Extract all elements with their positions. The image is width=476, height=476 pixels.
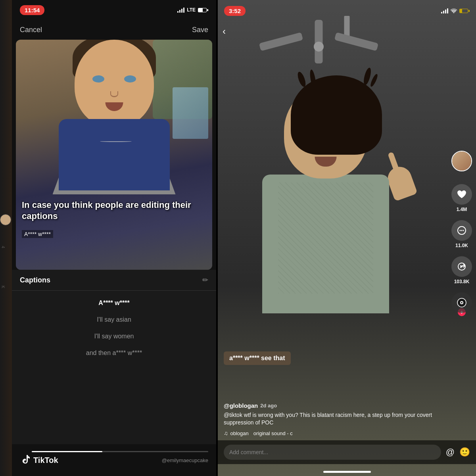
caption-item-2[interactable]: I'll say asian [12,311,216,328]
post-description: @tiktok wtf is wrong with you? This is b… [224,411,446,427]
like-button[interactable] [451,184,472,205]
comment-action: 11.0K [451,220,472,248]
action-buttons: + 1.4M [451,151,472,313]
right-phone: 3:52 [218,0,476,476]
video-caption-text: In case you think people are editing the… [22,200,206,222]
status-icons-left: LTE [177,7,208,13]
sound-creator[interactable]: oblogan [230,430,249,436]
time-left: 11:54 [20,5,44,15]
caption-item-3[interactable]: I'll say women [12,328,216,345]
scroll-indicator [32,451,208,452]
music-note-icon: ♫ [224,430,228,436]
username[interactable]: @globlogan [224,402,258,409]
sound-action [451,292,472,313]
cancel-button[interactable]: Cancel [20,26,42,34]
like-action: 1.4M [451,184,472,212]
lte-label: LTE [187,7,196,13]
share-action: 103.8K [451,256,472,284]
comment-input[interactable]: Add comment... [224,445,441,460]
svg-point-3 [463,230,464,231]
comment-button[interactable] [451,220,472,241]
tiktok-handle: @emilymaecupcake [162,457,208,463]
emoji-button[interactable]: 🙂 [459,447,470,457]
time-right: 3:52 [224,6,246,16]
captions-list: A**** w**** I'll say asian I'll say wome… [12,291,216,444]
tiktok-logo: TikTok [20,453,58,467]
username-row: @globlogan 2d ago [224,402,446,409]
comments-count: 11.0K [455,243,468,248]
sound-button[interactable] [451,292,472,313]
comment-placeholder: Add comment... [229,449,268,455]
creator-avatar[interactable] [451,151,472,171]
shares-count: 103.8K [454,279,470,284]
comment-bar: Add comment... @ 🙂 [218,440,476,464]
svg-point-1 [460,230,461,231]
post-time: 2d ago [260,403,277,409]
right-info-section: @globlogan 2d ago @tiktok wtf is wrong w… [218,402,452,436]
battery-icon-right [459,9,470,13]
wifi-icon [450,8,457,14]
sound-info: ♫ oblogan original sound - c [224,430,446,436]
edit-icon[interactable]: ✏ [202,276,208,284]
svg-point-6 [461,302,463,303]
at-mention-button[interactable]: @ [446,447,455,457]
captions-section: Captions ✏ A**** w**** I'll say asian I'… [12,270,216,476]
status-bar-right: 3:52 [218,0,476,22]
signal-bars-left [177,8,184,13]
tiktok-brand-text: TikTok [33,456,58,465]
share-button[interactable] [451,256,472,277]
save-button[interactable]: Save [192,26,208,34]
caption-item-4[interactable]: and then a**** w**** [12,345,216,361]
status-bar-left: 11:54 LTE [12,0,216,20]
sound-name[interactable]: original sound - c [253,430,293,436]
nav-bar-left: Cancel Save [12,20,216,40]
right-ui-overlay: 3:52 [218,0,476,476]
caption-item-1[interactable]: A**** w**** [12,295,216,311]
battery-icon-left [198,8,208,12]
video-censored-text: A**** w**** [22,230,53,238]
bottom-bar-left: TikTok @emilymaecupcake [12,444,216,476]
status-icons-right [441,8,470,14]
creator-avatar-group: + [451,151,472,171]
captions-header: Captions ✏ [12,270,216,291]
right-caption-overlay: a**** w**** see that [224,351,291,365]
person-head [75,40,154,127]
person-body [59,119,170,190]
likes-count: 1.4M [457,207,467,212]
tiktok-icon [20,453,31,467]
left-phone-main: 11:54 LTE Cancel Save [12,0,216,476]
captions-title: Captions [20,276,50,284]
video-preview: In case you think people are editing the… [16,40,212,270]
back-button[interactable]: ‹ [223,26,226,37]
signal-bars-right [441,8,448,13]
left-phone: K 4 K 11:54 LTE [0,0,216,476]
home-indicator [323,471,371,473]
svg-point-2 [461,230,463,231]
